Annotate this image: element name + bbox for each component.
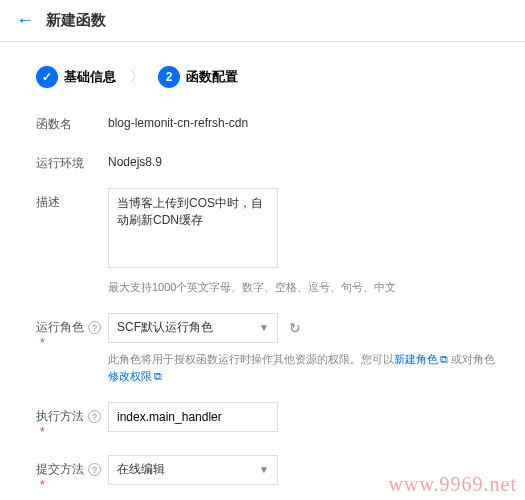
step-2: 2 函数配置: [158, 66, 238, 88]
link-create-role[interactable]: 新建角色: [394, 353, 438, 365]
handler-input[interactable]: [108, 402, 278, 432]
label-runtime: 运行环境: [36, 149, 108, 172]
link-edit-permission[interactable]: 修改权限: [108, 370, 152, 382]
role-select-value: SCF默认运行角色: [117, 319, 213, 336]
value-runtime: Nodejs8.9: [108, 149, 162, 169]
content-area: ✓ 基础信息 〉 2 函数配置 函数名 blog-lemonit-cn-refr…: [0, 42, 525, 500]
help-icon[interactable]: ?: [88, 463, 101, 476]
description-textarea[interactable]: 当博客上传到COS中时，自动刷新CDN缓存: [108, 188, 278, 268]
step-indicator: ✓ 基础信息 〉 2 函数配置: [36, 66, 497, 88]
label-submit-method: 提交方法?*: [36, 455, 108, 492]
chevron-down-icon: ▼: [259, 322, 269, 333]
step-1: ✓ 基础信息: [36, 66, 116, 88]
value-function-name: blog-lemonit-cn-refrsh-cdn: [108, 110, 248, 130]
page-title: 新建函数: [46, 11, 106, 30]
description-hint: 最大支持1000个英文字母、数字、空格、逗号、句号、中文: [108, 279, 497, 297]
refresh-icon[interactable]: ↻: [289, 320, 301, 336]
chevron-right-icon: 〉: [130, 68, 144, 86]
step-1-label: 基础信息: [64, 68, 116, 86]
chevron-down-icon: ▼: [259, 464, 269, 475]
role-hint: 此角色将用于授权函数运行时操作其他资源的权限。您可以新建角色⧉ 或对角色修改权限…: [108, 351, 497, 386]
top-bar: ← 新建函数: [0, 0, 525, 42]
step-2-number: 2: [158, 66, 180, 88]
help-icon[interactable]: ?: [88, 321, 101, 334]
back-arrow-icon[interactable]: ←: [16, 10, 34, 31]
label-handler: 执行方法?*: [36, 402, 108, 439]
step-2-label: 函数配置: [186, 68, 238, 86]
label-role: 运行角色?*: [36, 313, 108, 350]
external-link-icon: ⧉: [154, 370, 162, 382]
label-function-name: 函数名: [36, 110, 108, 133]
label-description: 描述: [36, 188, 108, 211]
submit-method-value: 在线编辑: [117, 461, 165, 478]
check-icon: ✓: [36, 66, 58, 88]
help-icon[interactable]: ?: [88, 410, 101, 423]
external-link-icon: ⧉: [440, 353, 448, 365]
submit-method-select[interactable]: 在线编辑 ▼: [108, 455, 278, 485]
role-select[interactable]: SCF默认运行角色 ▼: [108, 313, 278, 343]
